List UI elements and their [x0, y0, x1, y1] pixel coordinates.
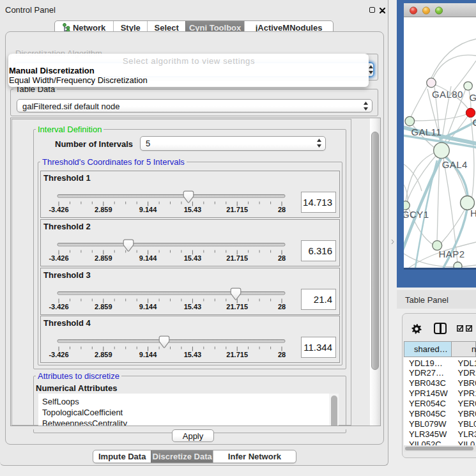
svg-text:GAL4: GAL4 [442, 159, 468, 170]
svg-text:15.43: 15.43 [184, 206, 202, 213]
svg-text:28: 28 [278, 351, 286, 358]
svg-text:15.43: 15.43 [184, 351, 202, 358]
svg-text:9.144: 9.144 [139, 351, 157, 358]
svg-text:-3.426: -3.426 [49, 206, 68, 213]
svg-text:HAP2: HAP2 [439, 249, 465, 259]
svg-text:GAL11: GAL11 [411, 127, 441, 137]
svg-text:H: H [470, 208, 476, 219]
svg-text:9.144: 9.144 [139, 254, 157, 262]
svg-text:2.859: 2.859 [95, 206, 112, 213]
svg-text:2.859: 2.859 [95, 254, 112, 262]
svg-text:9.144: 9.144 [139, 206, 157, 213]
svg-text:21.715: 21.715 [226, 303, 248, 311]
svg-text:GAL80: GAL80 [432, 89, 463, 100]
svg-text:C: C [473, 117, 476, 128]
svg-text:28: 28 [278, 303, 286, 311]
svg-text:28: 28 [278, 206, 286, 213]
svg-text:2.859: 2.859 [95, 303, 112, 311]
svg-text:28: 28 [278, 254, 286, 262]
svg-text:-3.426: -3.426 [49, 351, 68, 358]
svg-text:21.715: 21.715 [226, 254, 248, 262]
svg-text:15.43: 15.43 [184, 303, 202, 311]
svg-text:21.715: 21.715 [226, 351, 248, 358]
svg-text:GCY1: GCY1 [404, 209, 429, 220]
svg-text:2.859: 2.859 [95, 351, 112, 358]
svg-text:-3.426: -3.426 [49, 303, 68, 311]
svg-text:15.43: 15.43 [184, 254, 202, 262]
svg-text:G.: G. [470, 92, 476, 103]
svg-text:21.715: 21.715 [226, 206, 248, 213]
svg-text:-3.426: -3.426 [49, 254, 68, 262]
svg-text:9.144: 9.144 [139, 303, 157, 311]
